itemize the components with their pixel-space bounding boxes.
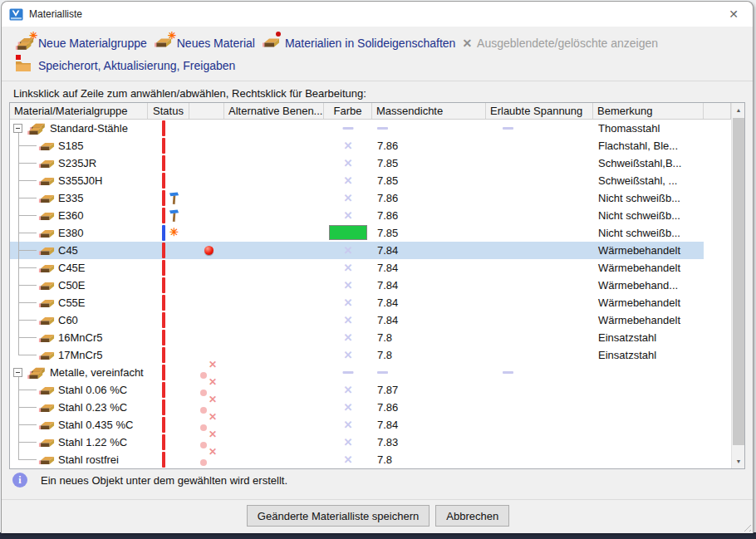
color-swatch-green[interactable] <box>329 225 367 240</box>
spannung-cell <box>486 120 593 137</box>
status-cell <box>148 137 189 154</box>
material-label: Stahl 0.06 %C <box>58 384 127 396</box>
table-row-16mncr5[interactable]: 16MnCr5✕7.8Einsatzstahl <box>10 329 731 346</box>
remark-text: Thomasstahl <box>598 122 660 135</box>
spannung-cell <box>486 207 593 224</box>
info-icon: i <box>12 473 27 488</box>
table-row-stahl-1-22-c[interactable]: Stahl 1.22 %C✕✕7.83 <box>10 434 731 451</box>
table-row-e360[interactable]: E360✕7.86Nicht schweißb... <box>10 207 731 224</box>
save-materialliste-button[interactable]: Geänderte Materialliste speichern <box>247 505 430 527</box>
remark-text: Schweißstahl,B... <box>598 157 681 169</box>
table-row-standard-st-hle[interactable]: Standard-StähleThomasstahl <box>10 120 731 137</box>
pink-x-icon: ✕ <box>209 359 217 370</box>
bemerkung-cell: Wärmebehandelt <box>593 259 704 277</box>
status-bar-red <box>162 138 165 154</box>
massendichte-cell: 7.87 <box>372 381 486 399</box>
table-row-c45e[interactable]: C45E✕7.84Wärmebehandelt <box>10 259 731 277</box>
pink-x-icon: ✕ <box>209 429 217 440</box>
column-header-status[interactable]: Status <box>148 103 189 119</box>
stress-dash-icon <box>503 127 513 130</box>
marker-cell <box>189 137 224 154</box>
pink-dot-icon <box>200 442 207 448</box>
density-dash-icon <box>377 371 388 374</box>
filler-cell <box>704 120 731 137</box>
column-header-blank-2[interactable] <box>189 103 224 119</box>
materials-in-solid-button[interactable]: Materialien in Solideigenschaften <box>262 36 455 51</box>
table-row-e335[interactable]: E335✕7.86Nicht schweißb... <box>10 189 731 207</box>
table-row-c60[interactable]: C60✕7.84Wärmebehandelt <box>10 311 731 329</box>
color-unset-icon: ✕ <box>344 209 353 222</box>
status-bar-red <box>162 365 165 380</box>
status-cell <box>148 416 189 434</box>
status-cell <box>148 311 189 329</box>
marker-cell <box>189 154 224 172</box>
table-row-c50e[interactable]: C50E✕7.84Wärmebehand... <box>10 277 731 294</box>
table-row-stahl-0-23-c[interactable]: Stahl 0.23 %C✕✕7.86 <box>10 399 731 416</box>
table-row-e380[interactable]: E380✳7.85Nicht schweißb... <box>10 224 731 242</box>
pink-x-icon: ✕ <box>209 411 217 423</box>
material-cell: E380 <box>10 224 148 242</box>
table-row-s185[interactable]: S185✕7.86Flachstahl, Ble... <box>10 137 731 154</box>
filler-cell <box>704 224 731 242</box>
table-row-stahl-0-06-c[interactable]: Stahl 0.06 %C✕✕7.87 <box>10 381 731 399</box>
column-header-material-materialgruppe[interactable]: Material/Materialgruppe <box>10 103 148 119</box>
density-value: 7.86 <box>377 140 398 152</box>
column-header-farbe[interactable]: Farbe <box>324 103 372 119</box>
bemerkung-cell <box>593 451 704 468</box>
column-header-bemerkung[interactable]: Bemerkung <box>593 103 704 119</box>
tree-line <box>18 215 37 216</box>
vertical-scrollbar[interactable]: ▲ ▼ <box>731 103 744 468</box>
table-row-stahl-0-435-c[interactable]: Stahl 0.435 %C✕✕7.84 <box>10 416 731 434</box>
table-row-metalle-vereinfacht[interactable]: Metalle, vereinfacht✕ <box>10 364 731 381</box>
massendichte-cell: 7.8 <box>372 329 486 346</box>
filler-cell <box>704 434 731 451</box>
storage-settings-button[interactable]: Speicherort, Aktualisierung, Freigaben <box>15 58 235 73</box>
table-row-s235jr[interactable]: S235JR✕7.85Schweißstahl,B... <box>10 154 731 172</box>
show-hidden-toggle[interactable]: ✕ Ausgeblendete/gelöschte anzeigen <box>462 37 658 50</box>
status-cell <box>148 364 189 381</box>
instruction-text: Linksklick auf Zeile zum anwählen/abwähl… <box>13 87 366 100</box>
pink-x-icon: ✕ <box>209 376 217 388</box>
table-row-17mncr5[interactable]: 17MnCr5✕7.8Einsatzstahl <box>10 346 731 364</box>
material-label: S235JR <box>58 157 96 169</box>
density-value: 7.8 <box>377 453 392 466</box>
pink-dot-icon <box>200 372 207 379</box>
scroll-down-icon[interactable]: ▼ <box>732 454 745 468</box>
column-header-erlaubte-spannung[interactable]: Erlaubte Spannung <box>486 103 593 119</box>
massendichte-cell: 7.84 <box>372 277 486 294</box>
filler-cell <box>704 381 731 399</box>
table-row-c45[interactable]: C45✕7.84Wärmebehandelt <box>10 242 731 259</box>
alt-name-cell <box>224 224 324 242</box>
remark-text: Einsatzstahl <box>598 349 656 361</box>
material-cell: S235JR <box>10 154 148 172</box>
stress-dash-icon <box>503 371 513 374</box>
table-row-stahl-rostfrei[interactable]: Stahl rostfrei✕✕7.8 <box>10 451 731 468</box>
table-row-s355j0h[interactable]: S355J0H✕7.85Schweißstahl, ... <box>10 172 731 189</box>
material-label: Stahl 0.23 %C <box>58 401 127 414</box>
cancel-button[interactable]: Abbrechen <box>435 505 509 527</box>
bemerkung-cell: Wärmebehandelt <box>593 294 704 311</box>
alt-name-cell <box>224 416 324 434</box>
scroll-up-icon[interactable]: ▲ <box>732 103 745 117</box>
new-material-button[interactable]: ✳ Neues Material <box>154 36 255 51</box>
tree-line <box>18 198 37 198</box>
status-bar-blue <box>162 225 165 241</box>
spannung-cell <box>486 137 593 154</box>
status-bar-red <box>162 312 165 328</box>
scrollbar-thumb[interactable] <box>733 118 744 445</box>
density-value: 7.84 <box>377 419 398 431</box>
table-header: Material/MaterialgruppeStatusAlternative… <box>10 103 731 120</box>
status-bar-red <box>162 399 165 415</box>
collapse-expander-icon[interactable] <box>13 368 22 377</box>
massendichte-cell: 7.85 <box>372 172 486 189</box>
close-icon[interactable]: ✕ <box>724 6 743 22</box>
new-material-group-button[interactable]: ✳ Neue Materialgruppe <box>15 36 147 51</box>
marker-cell: ✕ <box>189 399 224 416</box>
x-mark-icon: ✕ <box>462 37 472 50</box>
massendichte-cell: 7.84 <box>372 416 486 434</box>
column-header-alternative-benen-[interactable]: Alternative Benen... <box>224 103 324 119</box>
collapse-expander-icon[interactable] <box>13 124 22 133</box>
column-header-massendichte[interactable]: Massendichte <box>372 103 486 119</box>
table-row-c55e[interactable]: C55E✕7.84Wärmebehandelt <box>10 294 731 311</box>
column-header-blank-8[interactable] <box>704 103 731 119</box>
